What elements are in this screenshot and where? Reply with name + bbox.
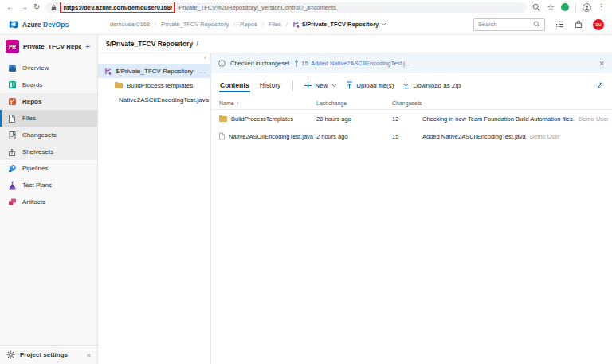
browser-refresh-icon[interactable]: ↻ xyxy=(33,3,40,11)
file-icon xyxy=(219,132,225,140)
content-area: $/Private_TFCV Repository / ‹ $/Private_… xyxy=(98,35,612,364)
breadcrumb-org[interactable]: demouser0168 xyxy=(110,21,150,28)
work-items-list-icon[interactable] xyxy=(555,21,564,28)
toolbar-divider xyxy=(292,80,293,91)
table-row[interactable]: BuildProcessTemplates 20 hours ago 12 Ch… xyxy=(211,110,612,127)
tab-contents[interactable]: Contents xyxy=(219,74,250,96)
browser-profile-icon[interactable] xyxy=(583,3,591,12)
lock-icon xyxy=(51,4,57,11)
upload-files-button[interactable]: Upload file(s) xyxy=(346,81,394,89)
row-changeset[interactable]: 12 xyxy=(392,115,422,123)
add-project-icon[interactable]: + xyxy=(85,42,92,51)
browser-back-icon[interactable]: ← xyxy=(6,3,14,11)
row-last-change: 2 hours ago xyxy=(316,133,392,140)
sidebar-collapse-icon[interactable]: « xyxy=(87,351,91,359)
tree-node-file[interactable]: Native2ASCIIEncodingTest.java xyxy=(98,92,210,107)
global-search[interactable] xyxy=(473,18,545,31)
table-row[interactable]: Native2ASCIIEncodingTest.java 2 hours ag… xyxy=(211,127,612,145)
chevron-down-icon xyxy=(332,84,337,88)
sidebar-item-repos[interactable]: Repos xyxy=(0,93,97,110)
changesets-icon xyxy=(7,131,17,140)
download-icon xyxy=(402,81,410,89)
sidebar-item-changesets[interactable]: Changesets xyxy=(0,127,97,143)
row-author: Demo User xyxy=(530,133,560,140)
changeset-banner: Checked in changeset 15: Added Native2AS… xyxy=(211,53,612,73)
download-zip-button[interactable]: Download as Zip xyxy=(402,81,461,89)
row-name-cell[interactable]: BuildProcessTemplates xyxy=(219,115,316,123)
search-input[interactable] xyxy=(478,21,531,28)
column-changesets[interactable]: Changesets xyxy=(392,100,422,106)
row-comment-cell: Checking in new Team Foundation Build Au… xyxy=(422,115,612,123)
project-settings[interactable]: Project settings « xyxy=(0,345,97,364)
repository-selector[interactable]: $/Private_TFCV Repository xyxy=(292,21,386,28)
info-icon xyxy=(218,60,226,67)
browser-forward-icon[interactable]: → xyxy=(20,3,28,11)
sidebar-item-artifacts[interactable]: Artifacts xyxy=(0,194,97,210)
breadcrumb-project[interactable]: Private_TFCV Repository xyxy=(161,21,229,28)
row-author: Demo User xyxy=(579,115,609,123)
breadcrumb-files[interactable]: Files xyxy=(269,21,281,28)
app-body: PR Private_TFCV Reposit... + Overview Bo… xyxy=(0,35,612,364)
sidebar-item-boards[interactable]: Boards xyxy=(0,76,97,93)
screen: ← → ↻ https://dev.azure.com/demouser0168… xyxy=(0,0,612,364)
upload-icon xyxy=(346,81,353,89)
url-rest-text: Private_TFCV%20Repository/_versionContro… xyxy=(178,4,336,11)
folder-icon xyxy=(219,115,227,122)
sidebar-item-pipelines[interactable]: Pipelines xyxy=(0,160,97,177)
shelvesets-icon xyxy=(7,147,17,157)
marketplace-bag-icon[interactable] xyxy=(575,20,583,29)
page-search-icon[interactable] xyxy=(532,3,540,11)
changeset-link[interactable]: 15: Added Native2ASCIIEncodingTest.j... xyxy=(294,60,410,67)
repos-icon xyxy=(7,97,17,107)
row-comment-cell: Added Native2ASCIIEncodingTest.java Demo… xyxy=(422,133,612,140)
search-icon xyxy=(533,21,540,28)
plus-icon xyxy=(304,82,312,89)
user-avatar[interactable]: DU xyxy=(593,19,604,30)
gear-icon xyxy=(6,350,15,359)
close-icon[interactable]: ✕ xyxy=(598,60,605,68)
files-panes: ‹ $/Private_TFCV Repository … BuildProce… xyxy=(98,53,612,364)
folder-icon xyxy=(115,82,123,88)
repo-path[interactable]: $/Private_TFCV Repository xyxy=(106,40,193,48)
bookmark-star-icon[interactable]: ☆ xyxy=(547,3,555,12)
repos-section: Repos Files Changesets Shelvesets xyxy=(0,93,97,160)
sidebar-item-files[interactable]: Files xyxy=(0,110,97,127)
breadcrumb-repos[interactable]: Repos xyxy=(240,21,257,28)
overview-icon xyxy=(7,64,17,73)
files-icon xyxy=(7,114,17,123)
browser-menu-icon[interactable]: ⋮ xyxy=(598,3,606,11)
row-name-cell[interactable]: Native2ASCIIEncodingTest.java xyxy=(219,132,316,140)
address-bar[interactable]: https://dev.azure.com/demouser0168/ Priv… xyxy=(45,2,527,13)
project-switcher[interactable]: PR Private_TFCV Reposit... + xyxy=(0,35,97,57)
column-last-change[interactable]: Last change xyxy=(316,100,392,106)
tree-collapse-icon[interactable]: ‹ xyxy=(204,54,206,61)
row-changeset[interactable]: 15 xyxy=(392,133,422,140)
sidebar-item-shelvesets[interactable]: Shelvesets xyxy=(0,143,97,160)
files-toolbar: Contents History New Upload file(s) xyxy=(211,73,612,97)
project-name: Private_TFCV Reposit... xyxy=(23,43,81,50)
test-plans-icon xyxy=(7,181,17,190)
chevron-down-icon xyxy=(381,22,386,26)
tree-node-folder[interactable]: BuildProcessTemplates xyxy=(98,78,210,92)
row-comment: Added Native2ASCIIEncodingTest.java xyxy=(422,133,526,140)
sidebar-item-overview[interactable]: Overview xyxy=(0,60,97,76)
extension-icon[interactable] xyxy=(561,3,569,11)
chrome-separator xyxy=(575,3,576,12)
column-name[interactable]: Name ↑ xyxy=(219,100,316,106)
browser-chrome: ← → ↻ https://dev.azure.com/demouser0168… xyxy=(0,0,612,14)
table-header: Name ↑ Last change Changesets xyxy=(211,97,612,110)
files-main-pane: Checked in changeset 15: Added Native2AS… xyxy=(211,53,612,364)
brand-text: Azure DevOps xyxy=(22,21,69,29)
new-button[interactable]: New xyxy=(304,82,337,89)
project-sidebar: PR Private_TFCV Reposit... + Overview Bo… xyxy=(0,35,98,364)
artifacts-icon xyxy=(7,198,17,207)
azure-devops-logo[interactable]: Azure DevOps xyxy=(8,19,94,29)
more-options-icon[interactable]: … xyxy=(199,68,206,75)
fullscreen-expand-icon[interactable] xyxy=(596,81,604,89)
tree-root-node[interactable]: $/Private_TFCV Repository … xyxy=(98,64,210,78)
project-avatar: PR xyxy=(6,40,19,53)
topbar-actions: DU xyxy=(473,18,604,31)
url-highlighted-text: https://dev.azure.com/demouser0168/ xyxy=(63,4,172,11)
tab-history[interactable]: History xyxy=(259,74,281,96)
sidebar-item-test-plans[interactable]: Test Plans xyxy=(0,177,97,194)
